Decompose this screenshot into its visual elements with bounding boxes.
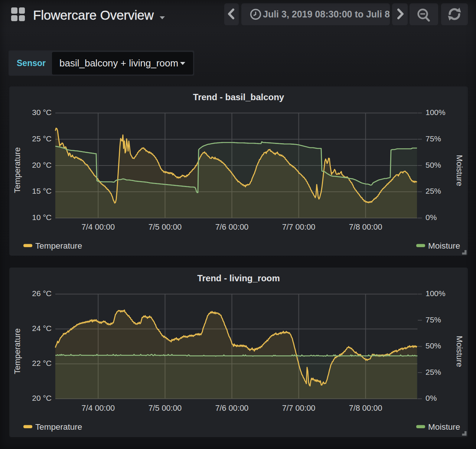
svg-text:Trend - living_room: Trend - living_room (197, 273, 280, 283)
svg-text:50%: 50% (426, 341, 441, 350)
svg-text:Temperature: Temperature (35, 422, 82, 432)
svg-text:75%: 75% (426, 315, 441, 324)
svg-text:7/6 00:00: 7/6 00:00 (215, 404, 249, 413)
svg-text:7/5 00:00: 7/5 00:00 (149, 223, 182, 232)
svg-text:30 °C: 30 °C (32, 108, 52, 117)
svg-text:24 °C: 24 °C (32, 324, 52, 332)
svg-text:50%: 50% (426, 161, 441, 169)
svg-text:25%: 25% (426, 368, 441, 376)
svg-text:7/4 00:00: 7/4 00:00 (82, 404, 115, 413)
svg-text:Trend - basil_balcony: Trend - basil_balcony (193, 92, 284, 102)
svg-text:Moisture: Moisture (455, 155, 464, 186)
svg-text:Moisture: Moisture (428, 422, 460, 432)
svg-text:Temperature: Temperature (13, 328, 22, 374)
svg-text:Temperature: Temperature (13, 147, 22, 193)
svg-text:75%: 75% (426, 134, 441, 143)
svg-text:100%: 100% (426, 289, 446, 298)
svg-text:100%: 100% (426, 108, 446, 117)
svg-text:20 °C: 20 °C (32, 161, 52, 169)
svg-text:26 °C: 26 °C (32, 289, 52, 298)
svg-text:7/8 00:00: 7/8 00:00 (349, 404, 382, 413)
svg-text:25 °C: 25 °C (32, 134, 52, 143)
svg-text:Temperature: Temperature (35, 241, 82, 250)
svg-text:7/5 00:00: 7/5 00:00 (149, 404, 182, 413)
svg-text:7/8 00:00: 7/8 00:00 (349, 223, 382, 232)
svg-text:7/7 00:00: 7/7 00:00 (282, 404, 316, 413)
svg-text:7/7 00:00: 7/7 00:00 (282, 223, 316, 232)
svg-text:20 °C: 20 °C (32, 394, 52, 402)
svg-text:22 °C: 22 °C (32, 359, 52, 367)
svg-text:0%: 0% (426, 394, 437, 402)
svg-text:Moisture: Moisture (428, 241, 460, 250)
svg-text:0%: 0% (426, 213, 437, 222)
svg-text:7/4 00:00: 7/4 00:00 (82, 223, 115, 232)
svg-text:15 °C: 15 °C (32, 187, 52, 195)
svg-text:Moisture: Moisture (455, 336, 464, 367)
svg-text:10 °C: 10 °C (32, 213, 52, 222)
svg-text:7/6 00:00: 7/6 00:00 (215, 223, 249, 232)
svg-text:25%: 25% (426, 187, 441, 195)
